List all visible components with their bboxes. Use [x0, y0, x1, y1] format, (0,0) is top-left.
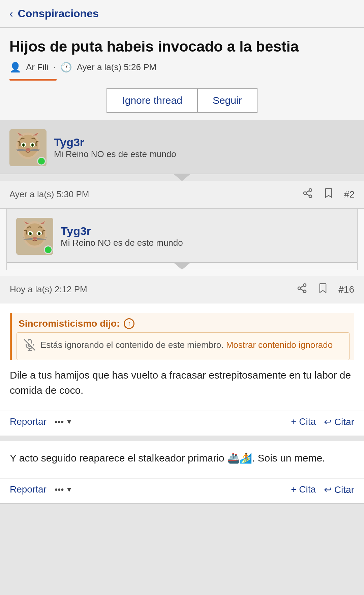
ignore-notice: Estás ignorando el contenido de este mie…	[24, 339, 342, 354]
svg-point-19	[304, 192, 306, 195]
post-footer-post2b: Reportar ••• ▼ + Cita ↩ Citar	[0, 478, 364, 503]
dropdown-arrow-post2b: ▼	[66, 486, 72, 494]
post-meta-post2: Hoy a la(s) 2:12 PM #16	[0, 276, 364, 303]
thread-title: Hijos de puta habeis invocado a la besti…	[9, 38, 355, 56]
svg-line-44	[301, 289, 304, 291]
report-button-post2b[interactable]: Reportar	[10, 484, 47, 495]
follow-thread-button[interactable]: Seguir	[198, 88, 257, 113]
svg-point-8	[32, 144, 33, 146]
svg-point-43	[303, 290, 306, 293]
quote-block: Sincromisticismo dijo: ↑	[10, 313, 354, 360]
post-card-inner-post1: Tyg3r Mi Reino NO es de este mundo	[6, 209, 358, 270]
quote-header: Sincromisticismo dijo: ↑	[12, 313, 354, 332]
svg-point-30	[30, 233, 31, 235]
thread-actions: Ignore thread Seguir	[9, 88, 355, 113]
show-ignored-link[interactable]: Mostrar contenido ignorado	[226, 340, 333, 350]
post-section-1: Tyg3r Mi Reino NO es de este mundo Ayer …	[0, 120, 364, 504]
share-icon-post1[interactable]	[302, 188, 313, 201]
footer-left-post2: Reportar ••• ▼	[10, 416, 72, 427]
quote-author[interactable]: Sincromisticismo dijo:	[19, 318, 120, 329]
user-info-post1: Tyg3r Mi Reino NO es de este mundo	[0, 120, 364, 174]
ignore-thread-button[interactable]: Ignore thread	[107, 88, 197, 113]
post-text-2: Y acto seguido reaparece el stalkeador p…	[10, 450, 354, 466]
quote-inner: Estás ignorando el contenido de este mie…	[17, 332, 350, 360]
post-timestamp-post2: Hoy a la(s) 2:12 PM	[10, 284, 87, 295]
online-indicator-inner-post1	[44, 245, 53, 254]
footer-right-post2: + Cita ↩ Citar	[291, 416, 354, 427]
clock-icon: 🕐	[60, 62, 72, 73]
back-button[interactable]: ‹	[9, 7, 13, 20]
citar-button-post2[interactable]: ↩ Citar	[324, 416, 354, 427]
avatar-wrap-post1	[9, 129, 47, 166]
avatar-wrap-inner-post1	[16, 218, 53, 255]
post-body-post2: Sincromisticismo dijo: ↑	[0, 303, 364, 411]
svg-line-22	[306, 190, 309, 192]
post-footer-post2: Reportar ••• ▼ + Cita ↩ Citar	[0, 411, 364, 436]
citar-button-post2b[interactable]: ↩ Citar	[324, 484, 354, 495]
svg-point-25	[24, 223, 45, 245]
user-title-inner-post1: Mi Reino NO es de este mundo	[61, 238, 183, 248]
thread-author: Ar Fili	[26, 62, 48, 72]
more-button-post2[interactable]: ••• ▼	[55, 417, 72, 427]
footer-left-post2b: Reportar ••• ▼	[10, 484, 72, 495]
post-number-post2: #16	[338, 284, 354, 295]
cita-plus-button-post2b[interactable]: + Cita	[291, 484, 316, 495]
svg-point-20	[309, 195, 312, 198]
username-inner-post1[interactable]: Tyg3r	[61, 225, 183, 238]
bookmark-icon-post1[interactable]	[324, 188, 333, 201]
underline-decoration	[9, 79, 57, 81]
post-divider	[0, 436, 364, 441]
post-card-post1: Tyg3r Mi Reino NO es de este mundo Hoy a…	[0, 208, 364, 504]
more-button-post2b[interactable]: ••• ▼	[55, 484, 72, 495]
cita-plus-button-post2[interactable]: + Cita	[291, 416, 316, 427]
ignore-text: Estás ignorando el contenido de este mie…	[40, 339, 333, 351]
online-indicator-post1	[37, 157, 46, 166]
post-actions-post1: #2	[302, 188, 355, 201]
thread-meta: 👤 Ar Fili · 🕐 Ayer a la(s) 5:26 PM	[9, 62, 355, 73]
arrow-decoration-post1	[174, 174, 190, 181]
share-icon-post2[interactable]	[297, 283, 307, 296]
svg-point-18	[309, 188, 312, 191]
quote-up-icon: ↑	[124, 318, 134, 329]
arrow-decoration-inner-post1	[174, 263, 190, 270]
svg-point-31	[38, 233, 40, 235]
post-timestamp-post1: Ayer a la(s) 5:30 PM	[9, 189, 89, 200]
top-bar: ‹ Conspiraciones	[0, 0, 364, 28]
user-text-post1: Tyg3r Mi Reino NO es de este mundo	[54, 136, 176, 159]
author-icon: 👤	[9, 62, 21, 73]
post-actions-post2: #16	[297, 283, 354, 296]
user-text-inner-post1: Tyg3r Mi Reino NO es de este mundo	[61, 225, 183, 248]
svg-point-7	[23, 144, 24, 146]
svg-point-41	[303, 284, 306, 286]
svg-line-21	[306, 194, 309, 196]
svg-point-2	[18, 135, 38, 157]
dropdown-arrow-post2: ▼	[66, 418, 72, 426]
user-title-post1: Mi Reino NO es de este mundo	[54, 149, 176, 159]
thread-timestamp: Ayer a la(s) 5:26 PM	[77, 62, 157, 72]
svg-point-9	[26, 148, 30, 151]
bookmark-icon-post2[interactable]	[318, 283, 328, 296]
category-title[interactable]: Conspiraciones	[18, 7, 99, 20]
user-info-inner-post1: Tyg3r Mi Reino NO es de este mundo	[7, 209, 357, 263]
post-number-post1: #2	[344, 189, 355, 200]
post-body-text2: Y acto seguido reaparece el stalkeador p…	[0, 441, 364, 478]
svg-point-32	[32, 237, 37, 240]
username-post1[interactable]: Tyg3r	[54, 136, 176, 149]
svg-point-42	[298, 287, 301, 290]
post-meta-post1: Ayer a la(s) 5:30 PM #2	[0, 181, 364, 208]
report-button-post2[interactable]: Reportar	[10, 416, 47, 427]
footer-right-post2b: + Cita ↩ Citar	[291, 484, 354, 495]
mic-off-icon	[24, 339, 36, 354]
separator: ·	[53, 62, 55, 72]
svg-line-45	[301, 286, 304, 287]
thread-header: Hijos de puta habeis invocado a la besti…	[0, 28, 364, 120]
post-text-1: Dile a tus hamijos que has vuelto a frac…	[10, 367, 354, 398]
